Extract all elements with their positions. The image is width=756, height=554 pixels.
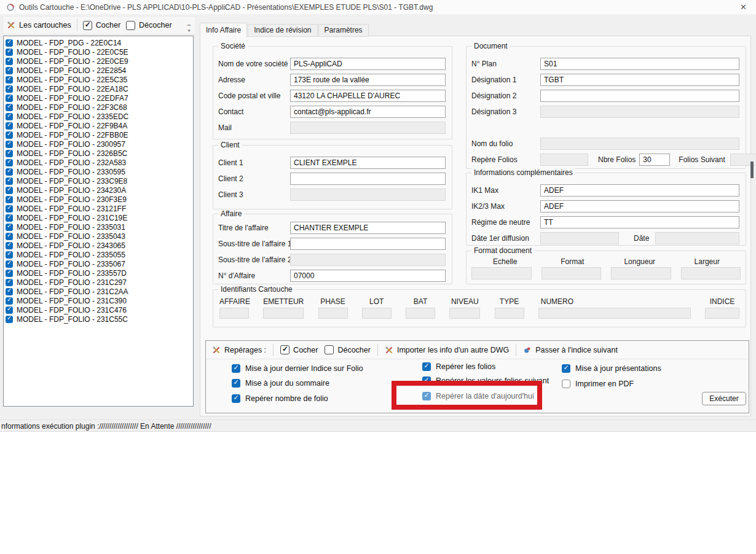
document-designation-1-input[interactable]	[540, 74, 739, 86]
cartouche-list[interactable]: MODEL - FDP_PDG - 22E0C14 MODEL - FDP_FO…	[3, 36, 194, 407]
list-item[interactable]: MODEL - FDP_FOLIO - 231C2AA	[6, 287, 193, 296]
document-num-plan-input[interactable]	[540, 58, 739, 70]
list-item[interactable]: MODEL - FDP_FOLIO - 22F3C68	[6, 103, 193, 112]
reperages-decocher-checkbox[interactable]: Décocher	[325, 345, 371, 354]
societe-nom-input[interactable]	[290, 58, 446, 70]
item-checkbox-checked-icon[interactable]	[6, 205, 13, 213]
item-checkbox-checked-icon[interactable]	[6, 58, 13, 65]
passer-indice-button[interactable]: Passer à l'indice suivant	[523, 346, 618, 354]
item-checkbox-checked-icon[interactable]	[6, 95, 13, 102]
list-item[interactable]: MODEL - FDP_FOLIO - 230F3E9	[6, 195, 193, 204]
list-item[interactable]: MODEL - FDP_FOLIO - 2300957	[6, 139, 193, 149]
item-checkbox-checked-icon[interactable]	[6, 214, 13, 222]
client-1-input[interactable]	[290, 157, 446, 169]
list-item[interactable]: MODEL - FDP_FOLIO - 2335055	[6, 250, 193, 259]
item-checkbox-checked-icon[interactable]	[6, 49, 13, 56]
list-item[interactable]: MODEL - FDP_FOLIO - 231C55C	[6, 314, 193, 324]
item-checkbox-checked-icon[interactable]	[6, 279, 13, 286]
item-checkbox-checked-icon[interactable]	[6, 306, 13, 314]
tab-parametres[interactable]: Paramètres	[318, 24, 369, 37]
cocher-checkbox[interactable]: Cocher	[83, 21, 120, 30]
item-checkbox-checked-icon[interactable]	[6, 67, 13, 74]
item-checkbox-checked-icon[interactable]	[6, 288, 13, 295]
list-item[interactable]: MODEL - FDP_FOLIO - 22E0CE9	[6, 57, 193, 66]
item-checkbox-checked-icon[interactable]	[6, 251, 13, 259]
list-item[interactable]: MODEL - FDP_PDG - 22E0C14	[6, 38, 193, 47]
list-item[interactable]: MODEL - FDP_FOLIO - 2335043	[6, 232, 193, 241]
list-item[interactable]: MODEL - FDP_FOLIO - 232A583	[6, 158, 193, 167]
list-item[interactable]: MODEL - FDP_FOLIO - 234230A	[6, 185, 193, 195]
list-item[interactable]: MODEL - FDP_FOLIO - 22E2854	[6, 66, 193, 75]
list-item[interactable]: MODEL - FDP_FOLIO - 231C476	[6, 305, 193, 314]
ik1-max-input[interactable]	[540, 184, 739, 197]
societe-contact-input[interactable]	[290, 106, 446, 118]
executer-button[interactable]: Exécuter	[702, 392, 746, 405]
societe-adresse-input[interactable]	[290, 74, 446, 86]
item-checkbox-checked-icon[interactable]	[6, 297, 13, 305]
toolbar-overflow-icon[interactable]	[186, 22, 192, 34]
item-checkbox-checked-icon[interactable]	[6, 196, 13, 203]
checkbox-maj-dernier-indice[interactable]: Mise à jour dernier Indice sur Folio	[232, 364, 363, 373]
item-checkbox-checked-icon[interactable]	[6, 122, 13, 130]
item-checkbox-checked-icon[interactable]	[6, 224, 13, 231]
list-item[interactable]: MODEL - FDP_FOLIO - 231C297	[6, 278, 193, 287]
list-item[interactable]: MODEL - FDP_FOLIO - 22E0C5E	[6, 47, 193, 57]
affaire-sous-titre-1-input[interactable]	[290, 238, 446, 250]
list-item[interactable]: MODEL - FDP_FOLIO - 2335EDC	[6, 112, 193, 121]
list-item[interactable]: MODEL - FDP_FOLIO - 2335067	[6, 259, 193, 268]
item-checkbox-checked-icon[interactable]	[6, 178, 13, 185]
checkbox-imprimer-pdf[interactable]: Imprimer en PDF	[562, 379, 634, 389]
item-checkbox-checked-icon[interactable]	[6, 85, 13, 93]
item-checkbox-checked-icon[interactable]	[6, 233, 13, 240]
document-designation-2-input[interactable]	[540, 90, 739, 102]
list-item[interactable]: MODEL - FDP_FOLIO - 2326B5C	[6, 149, 193, 158]
scrollbar-thumb[interactable]	[750, 162, 754, 178]
item-checkbox-checked-icon[interactable]	[6, 39, 13, 47]
checkbox-reperer-nombre-folio[interactable]: Repérer nombre de folio	[232, 394, 328, 404]
affaire-numero-input[interactable]	[290, 270, 446, 282]
list-item[interactable]: MODEL - FDP_FOLIO - 233C9E8	[6, 176, 193, 185]
importer-dwg-button[interactable]: Importer les info d'un autre DWG	[385, 346, 509, 354]
list-item[interactable]: MODEL - FDP_FOLIO - 231C19E	[6, 213, 193, 222]
item-checkbox-checked-icon[interactable]	[6, 270, 13, 277]
list-item[interactable]: MODEL - FDP_FOLIO - 2343065	[6, 241, 193, 250]
close-icon[interactable]	[737, 2, 750, 12]
item-checkbox-checked-icon[interactable]	[6, 168, 13, 176]
list-item[interactable]: MODEL - FDP_FOLIO - 22E5C35	[6, 75, 193, 84]
item-checkbox-checked-icon[interactable]	[6, 187, 13, 194]
item-checkbox-checked-icon[interactable]	[6, 113, 13, 120]
item-checkbox-checked-icon[interactable]	[6, 150, 13, 157]
checkbox-maj-sommaire[interactable]: Mise à jour du sommaire	[232, 378, 329, 388]
checkbox-reperer-date-aujourdhui[interactable]: Repérer la dâte d'aujourd'hui	[422, 391, 534, 401]
list-item[interactable]: MODEL - FDP_FOLIO - 22EA18C	[6, 84, 193, 93]
tab-indice-de-revision[interactable]: Indice de révision	[248, 24, 317, 37]
item-checkbox-checked-icon[interactable]	[6, 131, 13, 139]
item-checkbox-checked-icon[interactable]	[6, 141, 13, 148]
reperages-cocher-checkbox[interactable]: Cocher	[280, 345, 318, 354]
item-checkbox-checked-icon[interactable]	[6, 104, 13, 111]
decocher-checkbox[interactable]: Décocher	[126, 21, 172, 30]
list-item[interactable]: MODEL - FDP_FOLIO - 22EDFA7	[6, 93, 193, 103]
list-item[interactable]: MODEL - FDP_FOLIO - 2335031	[6, 222, 193, 232]
item-checkbox-checked-icon[interactable]	[6, 159, 13, 166]
reperages-button[interactable]: Repérages :	[212, 346, 266, 354]
tab-info-affaire[interactable]: Info Affaire	[200, 23, 247, 37]
list-item[interactable]: MODEL - FDP_FOLIO - 2330595	[6, 167, 193, 176]
checkbox-reperer-folios[interactable]: Repérer les folios	[422, 362, 495, 372]
list-item[interactable]: MODEL - FDP_FOLIO - 23121FF	[6, 204, 193, 213]
list-item[interactable]: MODEL - FDP_FOLIO - 22F9B4A	[6, 121, 193, 130]
document-nbre-folios-input[interactable]	[639, 154, 670, 166]
list-item[interactable]: MODEL - FDP_FOLIO - 22FBB0E	[6, 130, 193, 139]
affaire-titre-input[interactable]	[290, 222, 446, 234]
regime-neutre-input[interactable]	[540, 216, 739, 228]
list-item[interactable]: MODEL - FDP_FOLIO - 233557D	[6, 268, 193, 278]
ik23-max-input[interactable]	[540, 200, 739, 213]
societe-code-postal-input[interactable]	[290, 90, 446, 102]
checkbox-maj-presentations[interactable]: Mise à jour présentations	[562, 364, 661, 373]
item-checkbox-checked-icon[interactable]	[6, 242, 13, 249]
item-checkbox-checked-icon[interactable]	[6, 76, 13, 84]
list-item[interactable]: MODEL - FDP_FOLIO - 231C390	[6, 296, 193, 305]
les-cartouches-button[interactable]: Les cartouches	[7, 21, 71, 29]
item-checkbox-checked-icon[interactable]	[6, 260, 13, 268]
client-2-input[interactable]	[290, 173, 446, 185]
